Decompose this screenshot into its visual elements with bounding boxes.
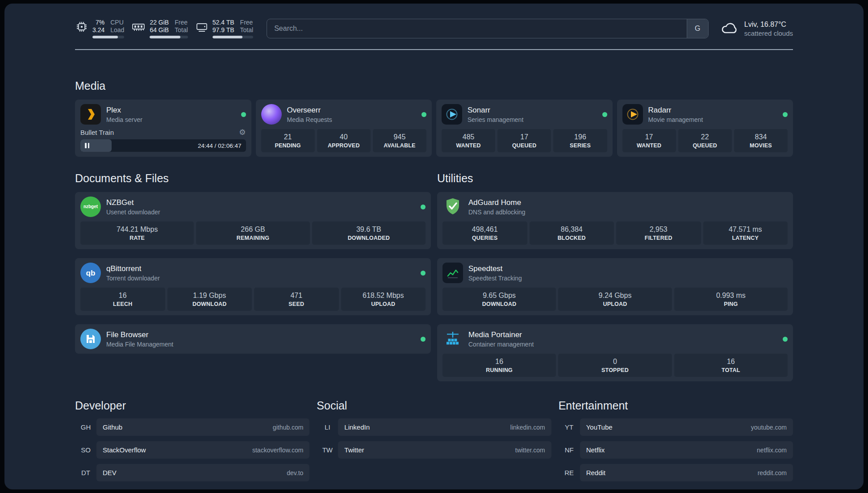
stat-label: LEECH — [82, 301, 163, 307]
sonarr-play-icon — [445, 108, 459, 121]
service-card-nzbget[interactable]: nzbget NZBGet Usenet downloader 744.21 M… — [75, 192, 431, 249]
qbittorrent-icon-text: qb — [86, 269, 96, 277]
stat-tile: 9.65 Gbps DOWNLOAD — [442, 288, 556, 311]
stat-label: APPROVED — [319, 142, 369, 149]
cpu-load-value: 3.24 — [92, 26, 104, 33]
playback-time: 24:44 / 02:06:47 — [198, 142, 246, 149]
service-name: Overseerr — [287, 106, 332, 115]
bookmark-abbr: DT — [75, 469, 96, 476]
bookmark-group-developer: Developer GH Github github.com SO StackO… — [75, 399, 309, 481]
bookmark-name: StackOverflow — [103, 446, 146, 454]
weather-widget[interactable]: Lviv, 16.87°C scattered clouds — [720, 21, 793, 37]
stat-label: AVAILABLE — [375, 142, 425, 149]
bookmark-name: Twitter — [344, 446, 364, 454]
stat-value: 0 — [560, 358, 670, 366]
status-indicator — [783, 112, 788, 117]
bookmark-name: Reddit — [586, 469, 605, 476]
portainer-icon — [442, 329, 463, 349]
memory-free-label: Free — [175, 19, 188, 26]
service-description: Speedtest Tracking — [468, 275, 522, 282]
stat-label: QUERIES — [444, 235, 526, 241]
bookmark-reddit[interactable]: RE Reddit reddit.com — [559, 464, 793, 481]
dashboard: 7% CPU 3.24 Load — [4, 4, 864, 489]
radarr-play-icon — [626, 108, 639, 121]
service-card-qbittorrent[interactable]: qb qBittorrent Torrent downloader 16 — [75, 258, 431, 315]
developer-heading: Developer — [75, 399, 309, 412]
cpu-progress-fill — [92, 36, 118, 38]
disk-total-label: Total — [240, 26, 254, 33]
overseerr-icon — [261, 104, 282, 125]
stat-label: LATENCY — [705, 235, 786, 241]
stat-tile: 618.52 Mbps UPLOAD — [341, 288, 426, 311]
crane-containers-icon — [445, 331, 461, 347]
service-name: File Browser — [106, 330, 173, 339]
service-description: Movie management — [648, 116, 703, 123]
stat-label: SEED — [256, 301, 337, 307]
stat-label: STOPPED — [560, 367, 670, 373]
service-card-sonarr[interactable]: Sonarr Series management 485 WANTED 17 Q… — [436, 100, 613, 157]
search-provider-button[interactable]: G — [687, 19, 708, 38]
service-card-plex[interactable]: Plex Media server Bullet Train ⚙ 24:44 /… — [75, 100, 251, 157]
stat-tile: 744.21 Mbps RATE — [80, 221, 194, 245]
service-card-radarr[interactable]: Radarr Movie management 17 WANTED 22 QUE… — [617, 100, 793, 157]
search-input[interactable] — [267, 19, 687, 38]
stat-label: UPLOAD — [560, 301, 670, 307]
floppy-icon — [85, 333, 96, 345]
service-name: qBittorrent — [106, 264, 160, 273]
line-chart-icon — [446, 266, 459, 280]
stat-tile: 16 TOTAL — [674, 354, 788, 377]
radarr-icon — [622, 104, 643, 125]
service-card-adguard[interactable]: AdGuard Home DNS and adblocking 498,461 … — [437, 192, 793, 249]
gear-icon[interactable]: ⚙ — [239, 129, 246, 136]
stat-label: REMAINING — [198, 235, 308, 241]
bookmark-github[interactable]: GH Github github.com — [75, 418, 309, 436]
search-bar: G — [267, 19, 709, 38]
bookmark-stackoverflow[interactable]: SO StackOverflow stackoverflow.com — [75, 441, 309, 459]
bookmark-dev[interactable]: DT DEV dev.to — [75, 464, 309, 481]
bookmark-linkedin[interactable]: LI LinkedIn linkedin.com — [317, 418, 551, 436]
sonarr-icon — [442, 104, 462, 125]
status-indicator — [783, 337, 788, 342]
media-heading: Media — [75, 79, 793, 92]
stat-value: 39.6 TB — [314, 226, 424, 234]
stat-label: MOVIES — [736, 142, 786, 149]
bookmark-url: netflix.com — [757, 447, 787, 454]
stat-label: WANTED — [624, 142, 674, 149]
pause-icon[interactable] — [85, 143, 89, 148]
service-description: Torrent downloader — [106, 275, 160, 282]
stat-tile: 21 PENDING — [261, 129, 315, 152]
resource-widgets: 7% CPU 3.24 Load — [75, 19, 253, 38]
entertainment-heading: Entertainment — [559, 399, 793, 412]
bookmark-name: LinkedIn — [344, 423, 370, 431]
bookmark-netflix[interactable]: NF Netflix netflix.com — [559, 441, 793, 459]
bookmark-abbr: TW — [317, 446, 338, 454]
bookmark-url: linkedin.com — [510, 424, 545, 431]
service-card-overseerr[interactable]: Overseerr Media Requests 21 PENDING 40 A… — [256, 100, 432, 157]
stat-tile: 0.993 ms PING — [674, 288, 788, 311]
memory-total-value: 64 GiB — [150, 26, 169, 33]
service-description: Media Requests — [287, 116, 332, 123]
stat-value: 0.993 ms — [676, 292, 786, 300]
now-playing-title: Bullet Train — [80, 129, 114, 136]
cpu-label: CPU — [110, 19, 124, 26]
bookmark-twitter[interactable]: TW Twitter twitter.com — [317, 441, 551, 459]
qbittorrent-icon: qb — [80, 263, 101, 283]
speedtest-icon — [442, 263, 463, 283]
disk-widget: 52.4 TB Free 97.9 TB Total — [195, 19, 253, 38]
bookmark-abbr: RE — [559, 469, 580, 476]
service-description: DNS and adblocking — [468, 209, 526, 216]
bookmark-youtube[interactable]: YT YouTube youtube.com — [559, 418, 793, 436]
documents-heading: Documents & Files — [75, 172, 431, 185]
stat-tile: 2,953 FILTERED — [616, 221, 701, 245]
section-documents-files: Documents & Files nzbget NZBGet Usenet d… — [75, 172, 431, 354]
service-name: NZBGet — [106, 198, 160, 207]
cpu-percent: 7% — [92, 19, 104, 26]
stat-value: 21 — [263, 133, 313, 141]
service-description: Media server — [106, 116, 142, 123]
status-indicator — [421, 205, 426, 209]
service-card-filebrowser[interactable]: File Browser Media File Management — [75, 324, 431, 354]
stat-tile: 39.6 TB DOWNLOADED — [312, 221, 426, 245]
service-card-speedtest[interactable]: Speedtest Speedtest Tracking 9.65 Gbps D… — [437, 258, 793, 315]
service-card-portainer[interactable]: Media Portainer Container management 16 … — [437, 324, 793, 381]
stat-tile: 498,461 QUERIES — [442, 221, 527, 245]
